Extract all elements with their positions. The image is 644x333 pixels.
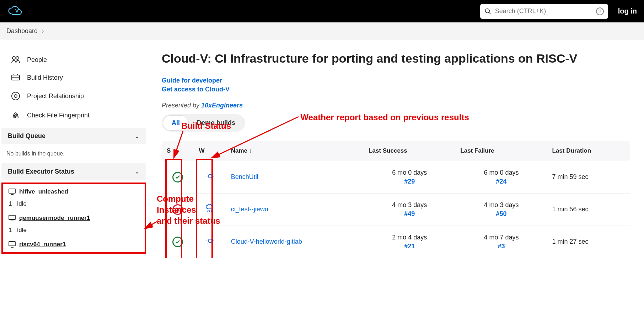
- status-cell: [162, 226, 194, 258]
- main-content: Cloud-V: CI Infrastructure for porting a…: [147, 40, 644, 258]
- last-success-run[interactable]: #29: [369, 178, 450, 185]
- svg-point-31: [208, 239, 212, 243]
- col-last-duration[interactable]: Last Duration: [547, 141, 630, 161]
- build-queue-empty-text: No builds in the queue.: [0, 147, 147, 160]
- chevron-down-icon: ⌄: [134, 132, 140, 140]
- tab-row: All Demo builds: [162, 114, 245, 132]
- last-success-time: 6 mo 0 days: [369, 169, 450, 176]
- last-success-run[interactable]: #49: [369, 210, 450, 218]
- last-failure-run[interactable]: #50: [460, 210, 542, 218]
- col-last-failure[interactable]: Last Failure: [455, 141, 547, 161]
- people-icon: [11, 56, 21, 64]
- search-box[interactable]: ?: [480, 4, 608, 19]
- monitor-icon: [9, 241, 16, 248]
- sidebar-item-label: People: [27, 56, 47, 64]
- monitor-icon: [9, 215, 16, 221]
- svg-text:V: V: [15, 7, 19, 14]
- executor-node[interactable]: qemuusermode_runner1: [3, 212, 145, 224]
- duration: 1 min 27 sec: [552, 238, 589, 245]
- table-row: Cloud-V-helloworld-gitlab2 mo 4 days#214…: [162, 226, 630, 258]
- annotation-box-executors: hifive_unleashed 1 Idle qemuusermode_run…: [1, 183, 146, 254]
- executor-node[interactable]: hifive_unleashed: [3, 185, 145, 198]
- weather-sunny-icon: [205, 175, 215, 183]
- sidebar-item-fingerprint[interactable]: Check File Fingerprint: [0, 106, 147, 125]
- job-table: S W Name ↓ Last Success Last Failure Las…: [162, 141, 630, 258]
- fingerprint-icon: [11, 111, 21, 120]
- presenter-link[interactable]: 10xEngineers: [201, 102, 243, 109]
- last-failure-time: 6 mo 0 days: [460, 169, 542, 176]
- weather-cell: [194, 161, 226, 193]
- svg-point-3: [12, 57, 15, 59]
- sidebar-item-label: Check File Fingerprint: [27, 112, 90, 119]
- weather-cell: [194, 226, 226, 258]
- weather-rainy-icon: [205, 208, 215, 215]
- executor-name: riscv64_runner1: [19, 241, 66, 248]
- svg-rect-15: [9, 242, 15, 246]
- cloud-logo-icon: V: [7, 5, 24, 18]
- svg-line-25: [212, 173, 213, 174]
- executor-node[interactable]: riscv64_runner1: [3, 238, 145, 251]
- svg-rect-11: [9, 189, 15, 193]
- login-link[interactable]: log in: [618, 7, 637, 15]
- monitor-icon: [9, 189, 16, 195]
- build-queue-panel[interactable]: Build Queue ⌄: [1, 128, 146, 144]
- sidebar: People Build History Project Relationshi…: [0, 40, 147, 258]
- page-title: Cloud-V: CI Infrastructure for porting a…: [162, 51, 630, 66]
- svg-line-36: [207, 238, 208, 239]
- svg-line-24: [207, 178, 208, 179]
- job-link[interactable]: BenchUtil: [231, 173, 258, 180]
- tab-all[interactable]: All: [163, 116, 188, 130]
- svg-point-17: [208, 174, 212, 178]
- svg-line-37: [212, 243, 213, 244]
- svg-rect-13: [9, 215, 15, 220]
- last-success-run[interactable]: #21: [369, 243, 450, 250]
- top-bar: V ? log in: [0, 0, 644, 22]
- svg-line-23: [212, 178, 213, 179]
- sidebar-item-build-history[interactable]: Build History: [0, 69, 147, 86]
- executor-name: qemuusermode_runner1: [19, 215, 90, 222]
- weather-cell: [194, 193, 226, 226]
- history-icon: [11, 74, 21, 81]
- panel-title: Build Executor Status: [8, 168, 74, 175]
- executor-name: hifive_unleashed: [19, 188, 68, 195]
- col-weather[interactable]: W: [194, 141, 226, 161]
- last-failure-run[interactable]: #3: [460, 243, 542, 250]
- chevron-down-icon: ⌄: [134, 168, 140, 175]
- svg-line-30: [211, 210, 212, 212]
- job-link[interactable]: ci_test--jiewu: [231, 206, 268, 213]
- search-icon: [484, 8, 492, 15]
- svg-line-39: [212, 238, 213, 239]
- last-failure-time: 4 mo 7 days: [460, 234, 542, 241]
- sidebar-item-label: Build History: [27, 74, 63, 81]
- link-guide[interactable]: Guide for developer: [162, 77, 630, 84]
- job-link[interactable]: Cloud-V-helloworld-gitlab: [231, 238, 302, 245]
- col-name[interactable]: Name ↓: [226, 141, 364, 161]
- svg-line-22: [207, 173, 208, 174]
- status-failure-icon: [172, 204, 183, 215]
- col-status[interactable]: S: [162, 141, 194, 161]
- help-icon[interactable]: ?: [596, 7, 604, 15]
- svg-line-28: [208, 210, 208, 212]
- svg-point-10: [14, 95, 17, 97]
- build-executor-panel[interactable]: Build Executor Status ⌄: [1, 163, 146, 180]
- relationship-icon: [11, 91, 21, 101]
- sidebar-item-people[interactable]: People: [0, 51, 147, 69]
- presented-by: Presented by 10xEngineers: [162, 102, 630, 109]
- duration: 7 min 59 sec: [552, 173, 589, 180]
- last-failure-run[interactable]: #24: [460, 178, 542, 185]
- search-input[interactable]: [495, 7, 592, 15]
- table-row: ci_test--jiewu4 mo 3 days#494 mo 3 days#…: [162, 193, 630, 226]
- link-access[interactable]: Get access to Cloud-V: [162, 86, 630, 93]
- sidebar-item-project-relationship[interactable]: Project Relationship: [0, 86, 147, 106]
- breadcrumb-item[interactable]: Dashboard: [6, 27, 38, 35]
- executor-slot: 1 Idle: [3, 224, 145, 238]
- last-success-time: 2 mo 4 days: [369, 234, 450, 241]
- weather-sunny-icon: [205, 240, 215, 247]
- tab-demo-builds[interactable]: Demo builds: [188, 116, 244, 130]
- last-failure-time: 4 mo 3 days: [460, 201, 542, 209]
- col-last-success[interactable]: Last Success: [364, 141, 455, 161]
- logo[interactable]: V: [7, 5, 24, 18]
- svg-line-2: [489, 12, 490, 14]
- status-cell: [162, 161, 194, 193]
- last-success-time: 4 mo 3 days: [369, 201, 450, 209]
